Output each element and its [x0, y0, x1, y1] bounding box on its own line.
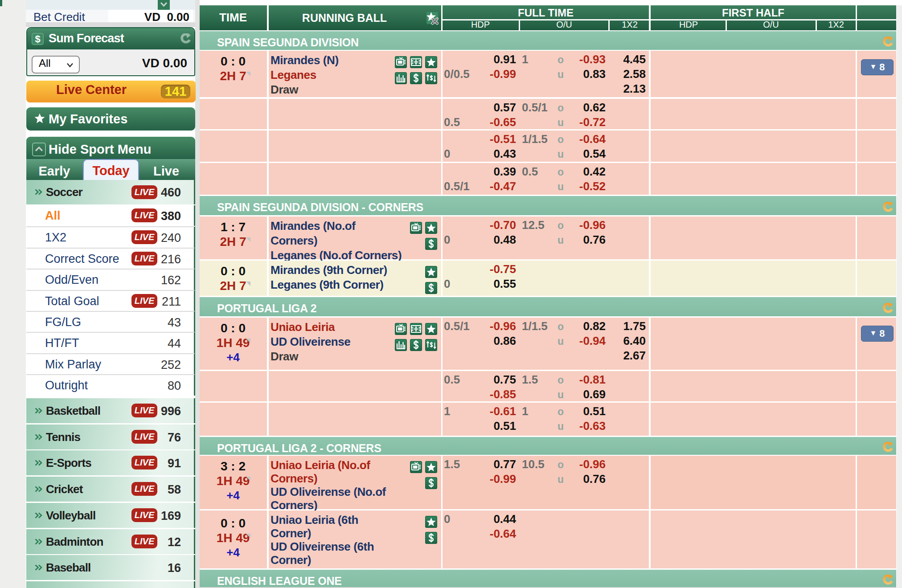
svg-text:$: $	[35, 33, 40, 45]
